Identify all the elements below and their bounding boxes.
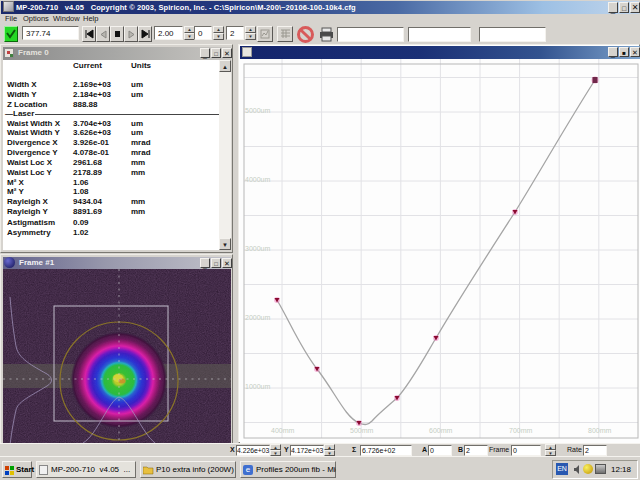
svg-text:5000um: 5000um [245,107,270,114]
svg-text:400mm: 400mm [271,427,295,434]
svg-text:2000um: 2000um [245,314,270,321]
svg-text:700mm: 700mm [509,427,533,434]
svg-text:3000um: 3000um [245,245,270,252]
svg-text:1000um: 1000um [245,383,270,390]
svg-text:500mm: 500mm [350,427,374,434]
svg-text:600mm: 600mm [429,427,453,434]
svg-text:4000um: 4000um [245,176,270,183]
svg-text:800mm: 800mm [588,427,612,434]
